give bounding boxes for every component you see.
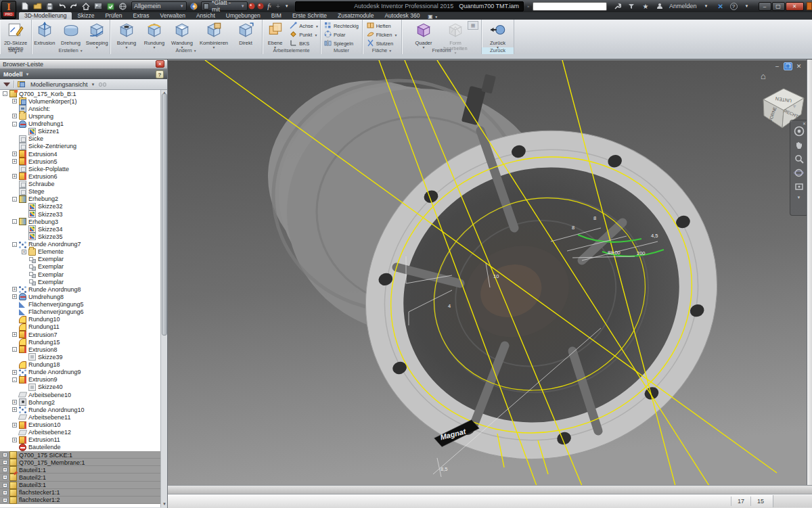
application-menu-button[interactable]: I PRO [1, 1, 16, 19]
qat-customize-icon[interactable]: ▼ [282, 2, 291, 11]
graphics-viewport[interactable]: 884,589,002001048,5 Magnat – ❐ ✕ ⌂ UNTEN… [168, 60, 807, 485]
orbit-icon[interactable] [794, 168, 804, 178]
tree-item-extrusion5[interactable]: +Extrusion5 [0, 158, 167, 165]
doc-restore-button[interactable]: ❐ [784, 62, 792, 70]
tree-item-elemente[interactable]: +Elemente [0, 248, 167, 256]
tree-item-q700-175-sicke-1[interactable]: +Q700_175 SICKE:1 [0, 451, 167, 459]
tab-zusatzmodule[interactable]: Zusatzmodule [332, 12, 379, 20]
tree-item-exemplar[interactable]: +Exemplar [0, 278, 167, 285]
tree-item-skizze32[interactable]: +Skizze32 [0, 203, 167, 210]
look-at-icon[interactable] [794, 182, 804, 191]
expand-icon[interactable]: + [12, 114, 17, 118]
expand-icon[interactable]: + [3, 453, 7, 457]
dimension-label[interactable]: 89,00 [608, 250, 621, 256]
expand-icon[interactable]: + [3, 498, 7, 503]
collapse-icon[interactable]: - [3, 91, 7, 96]
dimension-label[interactable]: 4,5 [651, 233, 658, 239]
tree-item-schraube[interactable]: +Schraube [0, 181, 167, 188]
button-zur-ck[interactable]: Zurück▼ [484, 20, 512, 49]
color-wheel-icon[interactable] [189, 2, 198, 11]
wrench-icon[interactable] [612, 2, 622, 11]
group-label-fl-che[interactable]: Fläche ▼ [363, 47, 401, 54]
title-overflow-icon[interactable]: » [524, 2, 533, 11]
tree-item-extrusion9[interactable]: -Extrusion9 [0, 376, 167, 384]
tree-item-bohrung2[interactable]: +Bohrung2 [0, 398, 167, 406]
expand-icon[interactable]: + [12, 294, 17, 299]
measure-icon[interactable]: + [273, 2, 282, 11]
zoom-icon[interactable] [794, 154, 804, 164]
new-file-icon[interactable] [20, 2, 30, 11]
tab-3d-modellierung[interactable]: 3D-Modellierung [19, 12, 72, 20]
expand-icon[interactable]: + [12, 370, 17, 375]
tree-item-extrusion10[interactable]: +Extrusion10 [0, 421, 167, 429]
tree-item-skizze33[interactable]: +Skizze33 [0, 210, 167, 218]
tree-item-sicke[interactable]: +Sicke [0, 135, 167, 143]
button-achse[interactable]: Achse▼ [288, 22, 320, 30]
tab-pr-fen[interactable]: Prüfen [99, 12, 127, 20]
tree-item-q700-175-korb-b-1[interactable]: -Q700_175_Korb_B:1 [0, 90, 167, 97]
dimension-label[interactable]: 200 [637, 250, 646, 256]
expand-icon[interactable]: + [3, 490, 7, 495]
star-icon[interactable]: ★ [641, 2, 650, 11]
navbar-more-icon[interactable]: ▼ [797, 195, 801, 200]
dimension-label[interactable]: 8 [572, 225, 574, 231]
tree-item-skizze1[interactable]: +Skizze1 [0, 128, 167, 135]
button-bohrung[interactable]: Bohrung▼ [113, 20, 140, 49]
tree-item-q700-175-membrane-1[interactable]: +Q700_175_Membrane:1 [0, 459, 167, 466]
clear-appearance-icon[interactable] [256, 2, 265, 11]
undo-icon[interactable] [57, 2, 66, 11]
home-icon[interactable] [81, 2, 91, 11]
collapse-icon[interactable]: - [12, 197, 17, 202]
parameters-icon[interactable]: fx [265, 2, 273, 11]
collapse-icon[interactable]: - [12, 377, 17, 382]
button-kombinieren[interactable]: Kombinieren▼ [196, 20, 231, 49]
expand-icon[interactable]: + [3, 483, 7, 488]
button-form-bearbeiten[interactable]: Form bearbeiten▼ [438, 20, 473, 55]
expand-icon[interactable]: + [12, 332, 17, 337]
tree-item-extrusion8[interactable]: -Extrusion8 [0, 346, 167, 353]
web-icon[interactable] [118, 2, 127, 11]
tree-item-bauteilende[interactable]: +Bauteilende [0, 444, 167, 451]
tree-item-runde-anordnung8[interactable]: +Runde Anordnung8 [0, 285, 167, 293]
tree-item-runde-anordnung7[interactable]: -Runde Anordnung7 [0, 241, 167, 248]
maximize-button[interactable]: ▢ [772, 2, 785, 11]
tab-verwalten[interactable]: Verwalten [155, 12, 191, 20]
tree-item-runde-anordnung10[interactable]: +Runde Anordnung10 [0, 406, 167, 413]
button-flicken[interactable]: Flicken▼ [365, 30, 399, 39]
tree-item-skizze40[interactable]: +Skizze40 [0, 384, 167, 391]
tab-bim[interactable]: BIM [266, 12, 287, 20]
tree-scrollbar[interactable]: ▲ ▼ [160, 90, 167, 507]
collapse-icon[interactable]: - [12, 219, 17, 224]
button-rundung[interactable]: Rundung▼ [141, 20, 168, 49]
tree-item-stege[interactable]: +Stege [0, 188, 167, 195]
tree-item-arbeitsebene10[interactable]: +Arbeitsebene10 [0, 391, 167, 398]
open-file-icon[interactable] [32, 2, 42, 11]
tree-item-erhebung2[interactable]: -Erhebung2 [0, 195, 167, 203]
button-ebene[interactable]: Ebene▼ [263, 20, 288, 49]
dimension-label[interactable]: 8 [593, 215, 596, 221]
tree-item-umdrehung1[interactable]: -Umdrehung1 [0, 120, 167, 128]
tab-skizze[interactable]: Skizze [72, 12, 99, 20]
tab-overflow-icon[interactable]: ▣ ▼ [428, 14, 438, 20]
tree-scrollbar-thumb[interactable] [162, 93, 167, 336]
tree-item-erhebung3[interactable]: -Erhebung3 [0, 218, 167, 225]
tree-item-skizze35[interactable]: +Skizze35 [0, 233, 167, 240]
filter-icon[interactable] [3, 83, 10, 87]
tree-item-bauteil1-1[interactable]: +Bauteil1:1 [0, 466, 167, 474]
tab-umgebungen[interactable]: Umgebungen [221, 12, 266, 20]
tree-item-skizze39[interactable]: +Skizze39 [0, 353, 167, 361]
expand-icon[interactable]: + [12, 159, 17, 164]
expand-icon[interactable]: + [3, 460, 7, 465]
tree-item-fl-chenverj-ngung6[interactable]: +Flächenverjüngung6 [0, 308, 167, 316]
view-selector[interactable]: Modellierungsansicht [30, 81, 88, 88]
browser-close-icon[interactable]: ✕ [156, 60, 164, 68]
expand-icon[interactable]: + [12, 438, 17, 442]
save-icon[interactable] [45, 2, 54, 11]
button-punkt[interactable]: Punkt▼ [288, 30, 320, 39]
doc-minimize-button[interactable]: – [773, 63, 782, 70]
tree-item-sicke-polplatte[interactable]: +Sicke-Polplatte [0, 165, 167, 172]
tree-item-exemplar[interactable]: +Exemplar [0, 271, 167, 278]
dimension-label[interactable]: 8,5 [441, 466, 447, 472]
tree-item-rundung11[interactable]: +Rundung11 [0, 323, 167, 331]
help-icon[interactable]: ? [730, 3, 738, 10]
